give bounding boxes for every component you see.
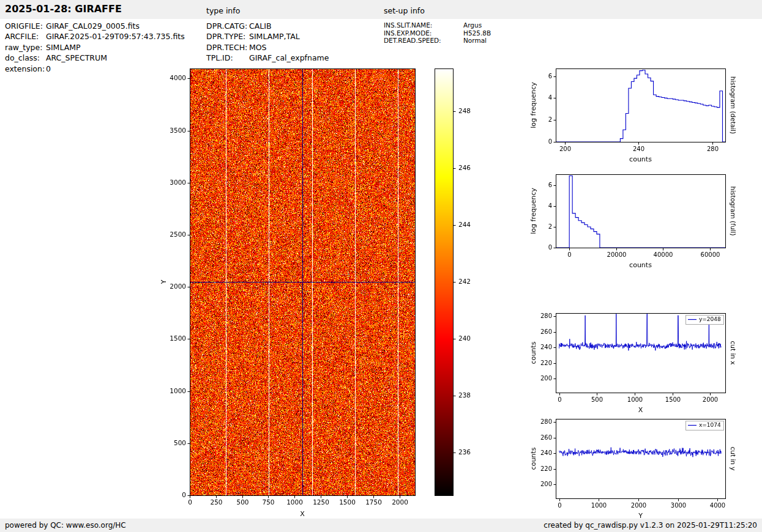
info-key: do_class: [5, 53, 46, 63]
histogram-detail-plot [523, 64, 744, 169]
info-key: ARCFILE: [5, 31, 46, 42]
info-value: SIMLAMP,TAL [249, 32, 300, 41]
info-key: TPL.ID: [206, 53, 249, 63]
colorbar [431, 64, 480, 504]
type-info-heading: type info [206, 6, 240, 15]
raw-image-plot [153, 64, 422, 522]
info-value: SIMLAMP [46, 43, 81, 52]
info-row: ARCFILE:GIRAF.2025-01-29T09:57:43.735.fi… [5, 31, 185, 42]
info-key: INS.EXP.MODE: [384, 29, 463, 37]
info-key: DPR.TECH: [206, 42, 249, 53]
info-value: GIRAF.2025-01-29T09:57:43.735.fits [46, 32, 185, 41]
info-key: INS.SLIT.NAME: [384, 21, 463, 29]
type-info-block: DPR.CATG:CALIBDPR.TYPE:SIMLAMP,TALDPR.TE… [206, 21, 329, 64]
info-row: do_class:ARC_SPECTRUM [5, 53, 185, 63]
footer-credit-left: powered by QC: www.eso.org/HC [5, 521, 126, 530]
setup-info-block: INS.SLIT.NAME:ArgusINS.EXP.MODE:H525.8BD… [384, 21, 491, 45]
info-row: DPR.CATG:CALIB [206, 21, 329, 31]
info-row: DPR.TYPE:SIMLAMP,TAL [206, 31, 329, 42]
info-key: extension: [5, 64, 46, 74]
header-bar: 2025-01-28: GIRAFFE type info set-up inf… [0, 0, 762, 19]
info-row: INS.EXP.MODE:H525.8B [384, 29, 491, 37]
info-key: DPR.CATG: [206, 21, 249, 31]
info-key: ORIGFILE: [5, 21, 46, 31]
page-title: 2025-01-28: GIRAFFE [5, 3, 122, 15]
cut-in-x-plot [523, 308, 744, 413]
info-value: GIRAF_cal_expfname [249, 53, 329, 62]
qc-rawdisp-page: { "header": { "title": "2025-01-28: GIRA… [0, 0, 762, 532]
footer-credit-right: created by qc_rawdisp.py v1.2.3 on 2025-… [543, 521, 757, 530]
info-row: ORIGFILE:GIRAF_CAL029_0005.fits [5, 21, 185, 31]
info-row: INS.SLIT.NAME:Argus [384, 21, 491, 29]
info-row: DET.READ.SPEED:Normal [384, 37, 491, 45]
info-value: MOS [249, 43, 267, 52]
info-value: Normal [463, 37, 487, 44]
info-value: 0 [46, 64, 51, 73]
info-value: Argus [463, 21, 482, 29]
histogram-full-plot [523, 169, 744, 275]
info-row: DPR.TECH:MOS [206, 42, 329, 53]
info-key: DPR.TYPE: [206, 31, 249, 42]
info-value: GIRAF_CAL029_0005.fits [46, 21, 140, 31]
cut-in-y-plot [523, 414, 744, 519]
info-row: raw_type:SIMLAMP [5, 42, 185, 53]
info-value: H525.8B [463, 29, 491, 37]
info-value: ARC_SPECTRUM [46, 53, 107, 62]
info-key: raw_type: [5, 42, 46, 53]
info-value: CALIB [249, 21, 272, 31]
info-row: TPL.ID:GIRAF_cal_expfname [206, 53, 329, 63]
footer-bar: powered by QC: www.eso.org/HC created by… [0, 519, 762, 532]
info-key: DET.READ.SPEED: [384, 37, 463, 45]
setup-info-heading: set-up info [384, 6, 425, 15]
